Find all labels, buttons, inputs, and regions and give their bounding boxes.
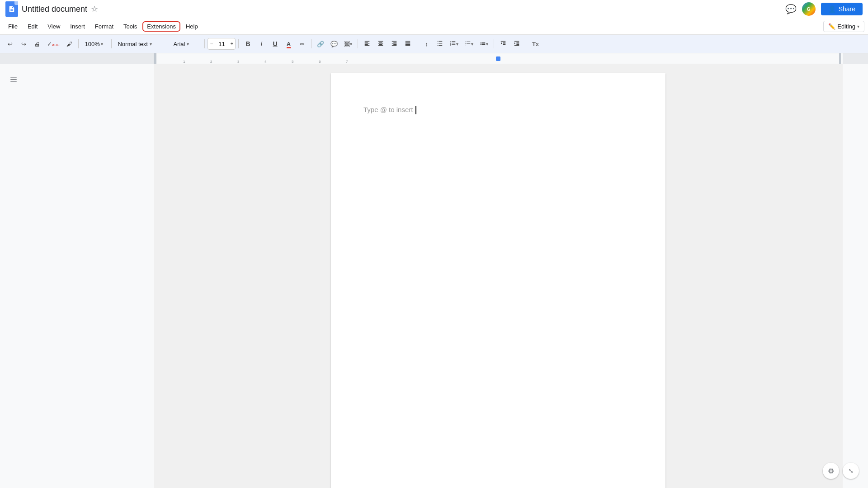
type-prompt: Type @ to insert — [363, 106, 416, 114]
separator-7 — [358, 39, 358, 48]
separator-4 — [204, 39, 205, 48]
ordered-list-chevron: ▾ — [456, 42, 458, 47]
italic-icon: I — [261, 40, 263, 47]
undo-icon: ↩ — [8, 41, 13, 47]
highlight-button[interactable]: ✏ — [296, 38, 308, 50]
font-dropdown[interactable]: Arial ▾ — [170, 39, 202, 49]
more-list-button[interactable]: ▾ — [477, 38, 491, 50]
checklist-icon — [437, 40, 443, 48]
spellcheck-icon: ✓ABC — [47, 41, 59, 47]
sidebar-toggle-button[interactable] — [7, 73, 20, 86]
comment-button[interactable]: 💬 — [328, 38, 340, 50]
type-prompt-text: Type @ to insert — [363, 106, 413, 113]
link-icon: 🔗 — [317, 41, 324, 47]
ordered-list-button[interactable]: ▾ — [447, 38, 461, 50]
image-chevron: ▾ — [350, 42, 352, 47]
zoom-chevron: ▾ — [101, 42, 103, 47]
editing-mode-chevron: ▾ — [857, 24, 859, 29]
comment-icon: 💬 — [330, 41, 338, 47]
separator-1 — [78, 39, 79, 48]
font-label: Arial — [173, 41, 185, 47]
paint-format-button[interactable]: 🖌 — [63, 38, 75, 50]
font-size-input[interactable] — [215, 41, 228, 47]
paragraph-style-label: Normal text — [118, 41, 147, 47]
link-button[interactable]: 🔗 — [314, 38, 327, 50]
text-cursor — [415, 106, 416, 114]
editing-mode-button[interactable]: ✏️ Editing ▾ — [823, 21, 864, 32]
menu-item-extensions[interactable]: Extensions — [142, 21, 180, 32]
ruler-left-margin — [0, 53, 154, 64]
highlight-icon: ✏ — [300, 41, 305, 47]
align-right-button[interactable] — [388, 38, 401, 50]
redo-button[interactable]: ↪ — [17, 38, 30, 50]
unordered-list-icon — [465, 40, 471, 48]
image-button[interactable]: 🖼 ▾ — [341, 38, 355, 50]
left-sidebar — [0, 64, 154, 488]
toolbar: ↩ ↪ 🖨 ✓ABC 🖌 100% ▾ Normal text ▾ Arial … — [0, 34, 868, 53]
underline-icon: U — [273, 40, 277, 47]
menu-item-insert[interactable]: Insert — [66, 21, 90, 32]
pencil-icon: ✏️ — [828, 23, 835, 30]
more-list-icon — [480, 40, 486, 48]
settings-icon: ⚙ — [828, 467, 834, 475]
separator-8 — [417, 39, 417, 48]
bold-icon: B — [245, 40, 250, 47]
print-button[interactable]: 🖨 — [31, 38, 43, 50]
indent-increase-button[interactable] — [510, 38, 523, 50]
text-color-button[interactable]: A — [282, 38, 295, 50]
share-button[interactable]: 👤 Share — [821, 3, 863, 15]
text-color-icon: A — [287, 41, 291, 47]
comment-icon[interactable]: 💬 — [785, 4, 797, 14]
separator-3 — [167, 39, 167, 48]
bottom-controls: ⚙ ⤡ — [823, 463, 859, 479]
settings-button[interactable]: ⚙ — [823, 463, 839, 479]
justify-button[interactable] — [401, 38, 414, 50]
document-area[interactable]: Type @ to insert — [154, 64, 843, 488]
zoom-dropdown[interactable]: 100% ▾ — [81, 39, 108, 49]
image-icon: 🖼 — [344, 41, 350, 47]
align-right-icon — [391, 40, 397, 48]
more-list-chevron: ▾ — [486, 42, 488, 47]
checklist-button[interactable] — [434, 38, 446, 50]
google-docs-logo — [5, 1, 18, 17]
spellcheck-button[interactable]: ✓ABC — [44, 38, 62, 50]
unordered-list-button[interactable]: ▾ — [462, 38, 476, 50]
expand-button[interactable]: ⤡ — [843, 463, 859, 479]
style-chevron: ▾ — [150, 42, 152, 47]
line-spacing-button[interactable]: ↕ — [420, 38, 433, 50]
undo-button[interactable]: ↩ — [4, 38, 16, 50]
main-area: Type @ to insert — [0, 64, 868, 488]
separator-10 — [526, 39, 526, 48]
clear-formatting-icon: Tx — [532, 41, 539, 47]
menu-item-view[interactable]: View — [43, 21, 65, 32]
font-size-control[interactable]: − + — [208, 38, 236, 50]
document-title[interactable]: Untitled document — [22, 5, 87, 14]
menu-item-file[interactable]: File — [4, 21, 22, 32]
menu-item-help[interactable]: Help — [181, 21, 203, 32]
paint-format-icon: 🖌 — [66, 41, 72, 47]
justify-icon — [405, 40, 411, 48]
document-page[interactable]: Type @ to insert — [331, 73, 665, 488]
separator-2 — [111, 39, 112, 48]
menu-item-format[interactable]: Format — [90, 21, 118, 32]
paragraph-style-dropdown[interactable]: Normal text ▾ — [114, 39, 164, 49]
menu-item-tools[interactable]: Tools — [119, 21, 142, 32]
align-left-button[interactable] — [361, 38, 373, 50]
font-size-increase[interactable]: + — [228, 38, 235, 49]
redo-icon: ↪ — [21, 41, 26, 47]
google-account-avatar[interactable]: G — [802, 2, 816, 16]
align-left-icon — [364, 40, 370, 48]
italic-button[interactable]: I — [255, 38, 268, 50]
bold-button[interactable]: B — [241, 38, 254, 50]
font-size-decrease[interactable]: − — [208, 38, 215, 49]
title-bar: Untitled document ☆ 💬 G 👤 Share — [0, 0, 868, 18]
indent-decrease-button[interactable] — [497, 38, 509, 50]
menu-item-edit[interactable]: Edit — [23, 21, 42, 32]
underline-button[interactable]: U — [269, 38, 281, 50]
align-center-button[interactable] — [374, 38, 387, 50]
sidebar-toggle-icon — [9, 75, 18, 84]
right-sidebar — [843, 64, 868, 488]
star-icon[interactable]: ☆ — [91, 4, 98, 14]
clear-formatting-button[interactable]: Tx — [529, 38, 542, 50]
print-icon: 🖨 — [34, 41, 40, 47]
